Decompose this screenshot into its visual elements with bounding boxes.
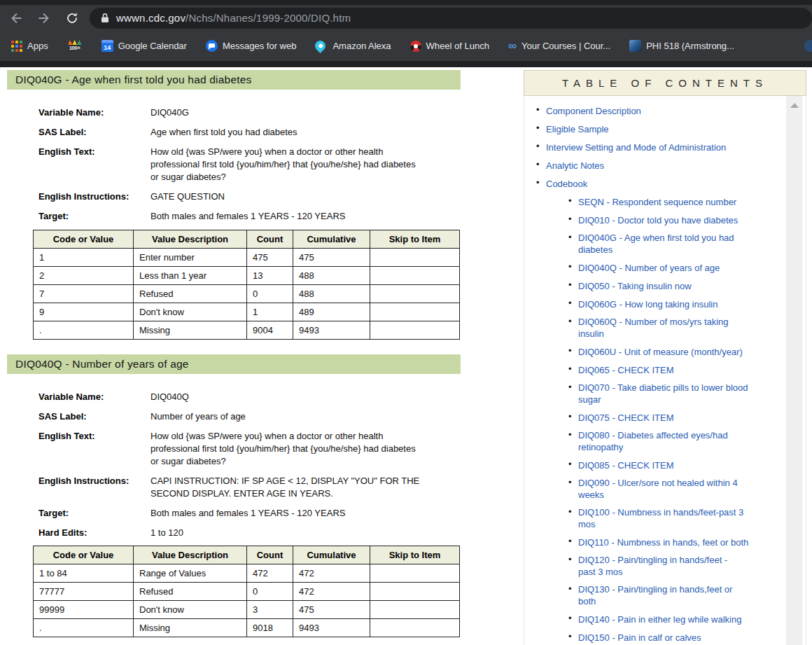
bookmark-apps[interactable]: Apps	[11, 41, 48, 52]
toc-link-eligible-sample[interactable]: Eligible Sample	[546, 123, 609, 135]
cell-code: 2	[34, 267, 134, 285]
url-text: wwwn.cdc.gov/Nchs/Nhanes/1999-2000/DIQ.h…	[116, 12, 351, 24]
browser-toolbar: wwwn.cdc.gov/Nchs/Nhanes/1999-2000/DIQ.h…	[0, 5, 812, 31]
variable-fields-diq040g: Variable Name:DIQ040G SAS Label:Age when…	[38, 106, 467, 230]
toc-link-diq110[interactable]: DIQ110 - Numbness in hands, feet or both	[578, 536, 748, 548]
toc-link-diq100[interactable]: DIQ100 - Numbness in hands/feet-past 3 m…	[578, 506, 743, 530]
toc-item-diq090: DIQ090 - Ulcer/sore not healed within 4 …	[568, 477, 778, 501]
hundred-plus-badge: 100+	[69, 45, 80, 51]
field-value-variable-name: DIQ040Q	[150, 391, 467, 403]
col-header-description: Value Description	[134, 230, 247, 249]
cell-code: 99999	[34, 601, 134, 619]
cell-cumulative: 488	[293, 285, 370, 303]
table-row: 2Less than 1 year13488	[34, 267, 460, 285]
toc-link-component-description[interactable]: Component Description	[546, 105, 641, 117]
reload-button[interactable]	[60, 6, 84, 30]
scrollbar-up-arrow-icon[interactable]	[790, 103, 799, 108]
cell-description: Refused	[134, 583, 247, 601]
field-label-english-text: English Text:	[38, 430, 150, 468]
cell-code: 1 to 84	[34, 564, 134, 583]
bookmark-amazon-alexa[interactable]: Amazon Alexa	[315, 41, 391, 51]
bookmark-mail-hundred-plus[interactable]: 100+	[67, 40, 83, 52]
col-header-description: Value Description	[134, 546, 247, 564]
field-label-english-instructions: English Instructions:	[38, 475, 150, 500]
toc-link-seqn[interactable]: SEQN - Respondent sequence number	[578, 196, 736, 208]
toc-link-diq090[interactable]: DIQ090 - Ulcer/sore not healed within 4 …	[578, 477, 738, 501]
toc-item-diq065: DIQ065 - CHECK ITEM	[568, 363, 778, 376]
toc-link-diq040g[interactable]: DIQ040G - Age when first told you had di…	[578, 232, 734, 256]
codebook-table-diq040g: Code or Value Value Description Count Cu…	[33, 230, 460, 340]
field-value-english-text: How old {was SP/were you} when a doctor …	[150, 146, 467, 183]
toc-link-diq085[interactable]: DIQ085 - CHECK ITEM	[578, 459, 674, 471]
rainbow-zigzag	[68, 40, 82, 45]
toc-link-diq065[interactable]: DIQ065 - CHECK ITEM	[578, 364, 674, 376]
cell-cumulative: 9493	[293, 619, 370, 637]
bookmark-messages-for-web[interactable]: Messages for web	[206, 40, 297, 52]
toc-link-codebook[interactable]: Codebook	[546, 178, 587, 190]
field-value-english-instructions: GATE QUESTION	[150, 190, 467, 203]
cell-code: .	[34, 321, 134, 340]
toc-list: Component Description Eligible Sample In…	[536, 104, 778, 644]
cell-code: 7	[34, 285, 134, 303]
toc-link-diq075[interactable]: DIQ075 - CHECK ITEM	[578, 412, 674, 424]
cell-count: 472	[247, 564, 293, 583]
bookmark-phi-518[interactable]: PHI 518 (Armstrong...	[629, 40, 734, 52]
toc-item-diq075: DIQ075 - CHECK ITEM	[568, 411, 778, 424]
toc-link-diq080[interactable]: DIQ080 - Diabetes affected eyes/had reti…	[578, 429, 728, 453]
cell-skip	[370, 285, 460, 303]
toc-link-analytic-notes[interactable]: Analytic Notes	[546, 160, 604, 172]
cell-skip	[370, 564, 460, 583]
toc-link-diq060g[interactable]: DIQ060G - How long taking insulin	[578, 298, 718, 310]
col-header-cumulative: Cumulative	[293, 230, 370, 249]
bookmark-wheel-of-lunch[interactable]: Wheel of Lunch	[410, 41, 489, 52]
cell-code: 1	[34, 249, 134, 267]
browser-chrome: wwwn.cdc.gov/Nchs/Nhanes/1999-2000/DIQ.h…	[0, 0, 812, 67]
toc-item-eligible-sample: Eligible Sample	[536, 123, 778, 135]
toc-link-diq150[interactable]: DIQ150 - Pain in calf or calves	[578, 632, 701, 644]
toc-link-diq120[interactable]: DIQ120 - Pain/tingling in hands/feet - p…	[578, 554, 727, 578]
toc-scrollbar[interactable]	[786, 96, 802, 645]
col-header-code: Code or Value	[34, 546, 134, 564]
cell-description: Refused	[134, 285, 247, 303]
toc-item-diq050: DIQ050 - Taking insulin now	[568, 279, 778, 292]
toc-item-component-description: Component Description	[536, 104, 778, 117]
toc-codebook-list: SEQN - Respondent sequence number DIQ010…	[568, 195, 778, 644]
col-header-skip: Skip to Item	[370, 546, 460, 564]
col-header-count: Count	[247, 546, 293, 564]
toc-title: TABLE OF CONTENTS	[524, 70, 806, 96]
col-header-skip: Skip to Item	[370, 230, 460, 249]
back-arrow-icon	[9, 11, 23, 25]
col-header-code: Code or Value	[34, 230, 134, 249]
toc-link-interview-setting[interactable]: Interview Setting and Mode of Administra…	[546, 141, 726, 153]
toc-link-diq140[interactable]: DIQ140 - Pain in either leg while walkin…	[578, 613, 741, 625]
partial-bookmark-icon[interactable]	[804, 40, 812, 52]
table-row: 1Enter number475475	[34, 249, 460, 267]
table-row: 1 to 84Range of Values472472	[34, 564, 460, 583]
section-header-diq040g: DIQ040G - Age when first told you had di…	[7, 70, 461, 90]
cell-count: 9018	[247, 619, 293, 637]
toc-link-diq060u[interactable]: DIQ060U - Unit of measure (month/year)	[578, 346, 743, 358]
toc-link-diq050[interactable]: DIQ050 - Taking insulin now	[578, 280, 692, 292]
alexa-pin-icon	[313, 39, 328, 53]
toc-link-diq070[interactable]: DIQ070 - Take diabetic pills to lower bl…	[578, 382, 748, 405]
toc-link-diq010[interactable]: DIQ010 - Doctor told you have diabetes	[578, 214, 738, 226]
toc-link-diq040q[interactable]: DIQ040Q - Number of years of age	[578, 262, 720, 274]
field-value-english-text: How old {was SP/were you} when a doctor …	[150, 430, 467, 468]
address-bar[interactable]: wwwn.cdc.gov/Nchs/Nhanes/1999-2000/DIQ.h…	[90, 8, 812, 29]
toc-item-diq060u: DIQ060U - Unit of measure (month/year)	[568, 345, 778, 358]
toc-link-diq130[interactable]: DIQ130 - Pain/tingling in hands,feet or …	[578, 583, 732, 607]
bookmark-google-calendar[interactable]: 14 Google Calendar	[102, 40, 187, 52]
calendar-icon: 14	[102, 40, 113, 52]
forward-button[interactable]	[32, 6, 56, 30]
cell-description: Don't know	[134, 601, 247, 619]
bookmark-your-courses[interactable]: ∞ Your Courses | Cour...	[508, 41, 610, 52]
toc-link-diq060q[interactable]: DIQ060Q - Number of mos/yrs taking insul…	[578, 316, 729, 340]
toc-item-diq150: DIQ150 - Pain in calf or calves	[568, 631, 778, 644]
back-button[interactable]	[4, 6, 28, 30]
mail-hundred-plus-icon: 100+	[67, 40, 83, 52]
cell-count: 475	[247, 249, 293, 267]
cell-cumulative: 9493	[293, 321, 370, 340]
cell-cumulative: 488	[293, 267, 370, 285]
field-label-sas-label: SAS Label:	[38, 126, 150, 139]
cell-skip	[370, 249, 460, 267]
